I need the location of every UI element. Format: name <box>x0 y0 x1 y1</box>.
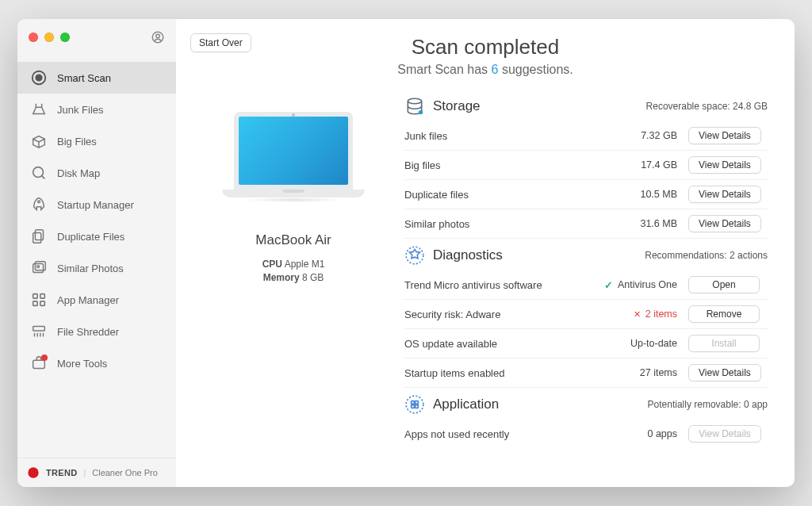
sidebar-item-disk-map[interactable]: Disk Map <box>17 157 176 189</box>
sidebar-item-label: Smart Scan <box>57 72 111 84</box>
section-head-storage: Storage Recoverable space: 24.8 GB <box>404 90 768 121</box>
sidebar-item-label: App Manager <box>57 294 119 306</box>
section-title: Application <box>433 397 499 412</box>
section-head-diagnostics: Diagnostics Recommendations: 2 actions <box>404 239 768 270</box>
main-content: Start Over Scan completed Smart Scan has… <box>176 19 795 487</box>
sidebar-item-label: Big Files <box>57 136 97 148</box>
section-meta: Recommendations: 2 actions <box>645 250 768 261</box>
vendor-name: TREND <box>46 468 77 477</box>
svg-rect-25 <box>416 405 419 408</box>
svg-point-18 <box>408 98 421 104</box>
row-label: Apps not used recently <box>404 428 601 440</box>
shredder-icon <box>30 323 48 340</box>
svg-rect-23 <box>416 401 419 404</box>
trend-micro-logo-icon <box>27 466 40 479</box>
cpu-value: Apple M1 <box>285 259 325 270</box>
section-title: Diagnostics <box>433 247 503 263</box>
open-button[interactable]: Open <box>688 276 760 293</box>
grid-icon <box>30 291 48 309</box>
target-icon <box>30 69 48 86</box>
subtitle-suffix: suggestions. <box>498 63 573 76</box>
row-value: 31.6 MB <box>601 218 688 229</box>
svg-rect-12 <box>40 294 45 299</box>
row-label: Big files <box>404 159 601 171</box>
start-over-button[interactable]: Start Over <box>190 33 251 52</box>
notification-badge <box>41 355 48 361</box>
install-button: Install <box>688 335 760 352</box>
sidebar-item-big-files[interactable]: Big Files <box>17 125 176 157</box>
sidebar-item-label: File Shredder <box>57 326 119 338</box>
sidebar-item-more-tools[interactable]: More Tools <box>17 347 176 379</box>
row-label: OS update available <box>404 338 601 350</box>
row-value: 2 items <box>601 309 688 320</box>
memory-value: 8 GB <box>302 272 324 283</box>
svg-rect-6 <box>35 230 43 240</box>
section-title: Storage <box>433 98 481 114</box>
sidebar-nav: Smart Scan Junk Files Big Files Disk Map… <box>17 62 176 458</box>
svg-point-19 <box>419 110 423 114</box>
svg-rect-15 <box>33 327 45 332</box>
view-details-button[interactable]: View Details <box>688 364 761 381</box>
svg-point-1 <box>156 34 160 38</box>
remove-button[interactable]: Remove <box>688 305 760 323</box>
view-details-button[interactable]: View Details <box>688 156 761 174</box>
svg-rect-24 <box>412 405 415 408</box>
view-details-button[interactable]: View Details <box>688 127 761 144</box>
svg-rect-22 <box>412 401 415 404</box>
svg-point-21 <box>406 396 423 413</box>
rocket-icon <box>30 196 48 213</box>
svg-point-10 <box>37 266 40 268</box>
sidebar-item-file-shredder[interactable]: File Shredder <box>17 316 176 347</box>
row-value: Up-to-date <box>601 338 688 349</box>
row-value: Antivirus One <box>601 279 688 291</box>
minimize-window-button[interactable] <box>44 33 54 42</box>
svg-rect-7 <box>33 232 41 243</box>
svg-rect-13 <box>33 301 38 306</box>
section-head-application: Application Potentially removable: 0 app <box>404 388 768 420</box>
box-icon <box>30 132 48 150</box>
diagnostics-icon <box>404 245 425 266</box>
cpu-label: CPU <box>262 259 282 270</box>
svg-point-3 <box>36 75 41 80</box>
sidebar-item-label: Junk Files <box>57 104 104 116</box>
storage-row-big: Big files 17.4 GB View Details <box>404 151 768 180</box>
photos-icon <box>30 259 48 277</box>
sidebar-item-label: More Tools <box>57 358 107 370</box>
view-details-button[interactable]: View Details <box>688 186 761 203</box>
svg-rect-11 <box>33 294 38 299</box>
row-value: 0 apps <box>601 428 688 439</box>
account-icon[interactable] <box>151 30 165 44</box>
branding-bar: TREND | Cleaner One Pro <box>17 458 176 487</box>
results-panel: Storage Recoverable space: 24.8 GB Junk … <box>404 90 772 487</box>
close-window-button[interactable] <box>29 33 38 42</box>
svg-point-4 <box>33 167 44 178</box>
row-label: Duplicate files <box>404 189 601 201</box>
diag-row-antivirus: Trend Micro antivirus software Antivirus… <box>404 270 768 300</box>
sidebar-item-label: Duplicate Files <box>57 231 124 243</box>
row-label: Junk files <box>404 130 601 142</box>
sidebar-item-smart-scan[interactable]: Smart Scan <box>17 62 176 94</box>
row-label: Startup items enabled <box>404 367 601 379</box>
device-name: MacBook Air <box>255 232 331 248</box>
magnifier-icon <box>30 164 48 182</box>
hero: Scan completed Smart Scan has 6 suggesti… <box>198 35 772 77</box>
broom-icon <box>30 101 48 118</box>
sidebar-item-startup-manager[interactable]: Startup Manager <box>17 189 176 220</box>
row-value: 17.4 GB <box>601 159 688 171</box>
storage-icon <box>404 96 425 117</box>
sidebar-item-duplicate-files[interactable]: Duplicate Files <box>17 220 176 252</box>
storage-row-duplicate: Duplicate files 10.5 MB View Details <box>404 180 768 209</box>
svg-point-5 <box>38 201 40 203</box>
duplicate-icon <box>30 228 48 245</box>
product-name: Cleaner One Pro <box>92 468 158 477</box>
diag-row-os-update: OS update available Up-to-date Install <box>404 329 768 358</box>
row-value: 7.32 GB <box>601 130 688 141</box>
sidebar-item-junk-files[interactable]: Junk Files <box>17 94 176 125</box>
zoom-window-button[interactable] <box>60 33 70 42</box>
memory-label: Memory <box>263 272 300 283</box>
view-details-button[interactable]: View Details <box>688 215 761 232</box>
sidebar-item-similar-photos[interactable]: Similar Photos <box>17 252 176 284</box>
sidebar-item-app-manager[interactable]: App Manager <box>17 284 176 316</box>
row-label: Security risk: Adware <box>404 309 601 320</box>
storage-row-junk: Junk files 7.32 GB View Details <box>404 121 768 151</box>
